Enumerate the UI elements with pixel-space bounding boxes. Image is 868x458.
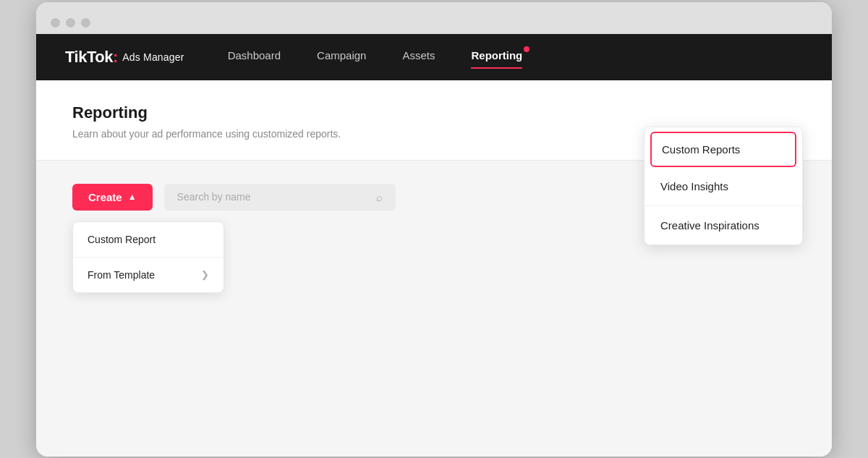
dropdown-from-template[interactable]: From Template ❯: [73, 258, 224, 292]
chevron-right-icon: ❯: [201, 269, 209, 280]
dropdown-from-template-label: From Template: [88, 269, 155, 281]
search-placeholder: Search by name: [177, 191, 251, 203]
browser-dot-1: [51, 18, 60, 27]
reporting-dropdown-creative-inspirations[interactable]: Creative Inspirations: [644, 206, 802, 245]
logo-area: TikTok: Ads Manager: [65, 48, 184, 67]
nav-campaign[interactable]: Campaign: [317, 49, 366, 64]
logo-ads-manager: Ads Manager: [122, 51, 184, 63]
reporting-dropdown-custom-reports[interactable]: Custom Reports: [650, 132, 796, 167]
page-title: Reporting: [72, 103, 796, 122]
create-dropdown: Custom Report From Template ❯: [72, 221, 224, 293]
chevron-up-icon: ▲: [128, 192, 137, 202]
nav-dashboard[interactable]: Dashboard: [228, 49, 281, 64]
nav-assets[interactable]: Assets: [402, 49, 435, 64]
dropdown-custom-report-label: Custom Report: [88, 234, 156, 245]
reporting-dropdown: Custom Reports Video Insights Creative I…: [644, 127, 803, 245]
create-button[interactable]: Create ▲: [72, 184, 153, 211]
top-nav: TikTok: Ads Manager Dashboard Campaign A…: [36, 34, 832, 80]
nav-items: Dashboard Campaign Assets Reporting: [228, 49, 803, 64]
reporting-notification-dot: [524, 46, 529, 52]
logo-colon: :: [113, 48, 118, 67]
search-box[interactable]: Search by name ⌕: [164, 184, 396, 211]
logo-tiktok: TikTok: [65, 48, 113, 67]
reporting-dropdown-video-insights[interactable]: Video Insights: [644, 167, 802, 206]
browser-window: TikTok: Ads Manager Dashboard Campaign A…: [36, 2, 832, 457]
nav-reporting[interactable]: Reporting: [471, 49, 522, 64]
browser-chrome: [36, 2, 832, 34]
browser-dot-3: [81, 18, 90, 27]
dropdown-custom-report[interactable]: Custom Report: [73, 222, 224, 258]
browser-dot-2: [66, 18, 75, 27]
create-label: Create: [88, 191, 122, 203]
search-icon: ⌕: [376, 191, 383, 203]
